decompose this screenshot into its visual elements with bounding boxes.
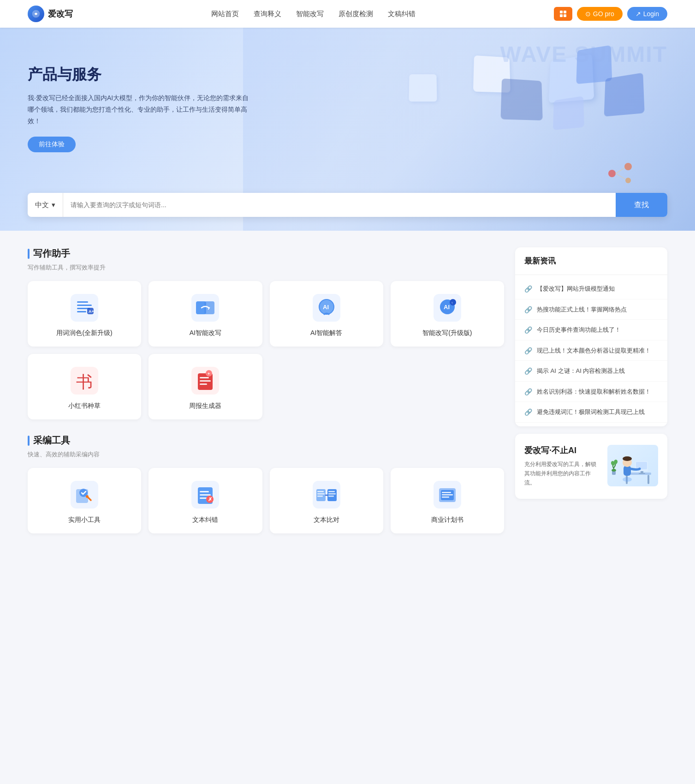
tool-writing2-label: AI智能改写 [190, 329, 221, 337]
writing-section-title: 写作助手 [28, 247, 504, 260]
search-button[interactable]: 查找 [616, 193, 667, 217]
hero-section: WAVE SUMMIT 产品与服务 我·爱改写已经全面接入国内AI大模型，作为你… [0, 28, 695, 231]
news-text-0: 【爱改写】网站升级模型通知 [537, 284, 615, 293]
tool-caimi4[interactable]: 商业计划书 [391, 468, 504, 533]
tool-caimi2-icon: ✗ [191, 481, 219, 509]
tool-writing1-label: 用词润色(全新升级) [56, 329, 112, 337]
hero-content: 产品与服务 我·爱改写已经全面接入国内AI大模型，作为你的智能伙伴，无论您的需求… [0, 28, 277, 152]
svg-rect-52 [317, 491, 324, 492]
svg-rect-56 [328, 493, 336, 495]
nav-actions: ⊙ GO pro ↗ Login [554, 7, 667, 21]
tool-caimi1-label: 实用小工具 [68, 516, 101, 524]
caimi-tool-grid: 实用小工具 ✗ 文本 [28, 468, 504, 533]
tool-caimi3-label: 文本比对 [314, 516, 339, 524]
svg-rect-62 [442, 494, 453, 496]
news-item-5[interactable]: 🔗 姓名识别利器：快速提取和解析姓名数据！ [515, 382, 667, 402]
ad-figure [607, 445, 658, 486]
svg-rect-53 [317, 493, 325, 495]
svg-point-41 [86, 495, 89, 498]
tool-writing3[interactable]: AI AI智能解答 [270, 281, 383, 347]
link-icon-6: 🔗 [524, 408, 532, 416]
news-item-4[interactable]: 🔗 揭示 AI 之谜：AI 内容检测器上线 [515, 361, 667, 382]
tool-caimi3-icon [313, 481, 340, 509]
news-text-2: 今日历史事件查询功能上线了！ [537, 325, 621, 335]
svg-point-6 [624, 163, 632, 170]
go-pro-icon: ⊙ [585, 10, 591, 18]
news-header: 最新资讯 [515, 247, 667, 275]
writing-section-subtitle: 写作辅助工具，撰写效率提升 [28, 263, 504, 272]
go-pro-button[interactable]: ⊙ GO pro [577, 7, 623, 21]
tool-writing1[interactable]: A+ 用词润色(全新升级) [28, 281, 141, 347]
tool-writing1-icon: A+ [71, 294, 98, 322]
tool-writing3-label: AI智能解答 [310, 329, 342, 337]
svg-rect-44 [200, 491, 209, 492]
nav-home[interactable]: 网站首页 [211, 10, 239, 18]
caimi-section: 采编工具 快速、高效的辅助采编内容 [28, 434, 504, 533]
svg-rect-2 [564, 11, 566, 13]
tool-caimi2[interactable]: ✗ 文本纠错 [149, 468, 262, 533]
tool-writing5-icon: 书 [71, 367, 98, 395]
svg-rect-54 [317, 496, 323, 497]
search-input[interactable] [63, 193, 616, 217]
news-item-2[interactable]: 🔗 今日历史事件查询功能上线了！ [515, 320, 667, 341]
svg-text:✗: ✗ [208, 497, 212, 502]
tool-caimi1[interactable]: 实用小工具 [28, 468, 141, 533]
news-text-1: 热搜功能正式上线！掌握网络热点 [537, 305, 627, 314]
logo[interactable]: 爱改写 [28, 6, 73, 22]
chevron-down-icon: ▾ [52, 201, 55, 209]
news-item-0[interactable]: 🔗 【爱改写】网站升级模型通知 [515, 279, 667, 299]
tool-caimi4-label: 商业计划书 [431, 516, 463, 524]
tool-writing6-label: 周报生成器 [189, 402, 221, 410]
link-icon-3: 🔗 [524, 347, 532, 354]
grid-button[interactable] [554, 7, 572, 21]
svg-rect-51 [327, 489, 337, 501]
news-text-4: 揭示 AI 之谜：AI 内容检测器上线 [537, 366, 625, 376]
news-list: 🔗 【爱改写】网站升级模型通知 🔗 热搜功能正式上线！掌握网络热点 🔗 今日历史… [515, 275, 667, 426]
nav-rewrite[interactable]: 智能改写 [296, 10, 324, 18]
nav-correct[interactable]: 文稿纠错 [388, 10, 416, 18]
tool-writing6[interactable]: + 周报生成器 [149, 354, 262, 419]
nav-links: 网站首页 查询释义 智能改写 原创度检测 文稿纠错 [211, 10, 416, 18]
login-label: Login [643, 10, 659, 18]
news-panel: 最新资讯 🔗 【爱改写】网站升级模型通知 🔗 热搜功能正式上线！掌握网络热点 🔗… [515, 247, 667, 426]
tool-writing5[interactable]: 书 小红书种草 [28, 354, 141, 419]
tool-caimi4-icon [434, 481, 461, 509]
link-icon-2: 🔗 [524, 326, 532, 334]
svg-point-5 [608, 170, 616, 177]
svg-rect-1 [560, 11, 563, 13]
svg-line-9 [616, 174, 625, 179]
hero-cta-button[interactable]: 前往体验 [28, 137, 76, 152]
search-lang-text: 中文 [35, 201, 49, 209]
link-icon-5: 🔗 [524, 388, 532, 395]
tool-caimi2-label: 文本纠错 [192, 516, 218, 524]
ad-title: 爱改写·不止AI [524, 445, 598, 456]
svg-text:书: 书 [76, 372, 93, 391]
writing-section: 写作助手 写作辅助工具，撰写效率提升 A+ [28, 247, 504, 419]
news-item-1[interactable]: 🔗 热搜功能正式上线！掌握网络热点 [515, 299, 667, 320]
svg-point-7 [625, 178, 631, 183]
news-text-3: 现已上线！文本颜色分析器让提取更精准！ [537, 346, 651, 355]
news-item-6[interactable]: 🔗 避免违规词汇！极限词检测工具现已上线 [515, 402, 667, 423]
tool-caimi3[interactable]: 文本比对 [270, 468, 383, 533]
tool-writing3-icon: AI [313, 294, 340, 322]
login-icon: ↗ [636, 10, 641, 18]
login-button[interactable]: ↗ Login [627, 7, 667, 21]
svg-rect-33 [200, 377, 209, 378]
svg-rect-4 [564, 14, 566, 17]
tool-writing4[interactable]: AI ↑ 智能改写(升级版) [391, 281, 504, 347]
news-item-3[interactable]: 🔗 现已上线！文本颜色分析器让提取更精准！ [515, 341, 667, 361]
ad-desc: 充分利用爱改写的工具，解锁其功能并利用您的内容工作流。 [524, 460, 598, 488]
go-pro-label: GO pro [593, 10, 614, 18]
svg-rect-34 [200, 380, 211, 382]
ad-text: 爱改写·不止AI 充分利用爱改写的工具，解锁其功能并利用您的内容工作流。 [524, 445, 598, 488]
hero-desc: 我·爱改写已经全面接入国内AI大模型，作为你的智能伙伴，无论您的需求来自哪个领域… [28, 92, 249, 127]
nav-query[interactable]: 查询释义 [254, 10, 281, 18]
writing-tool-grid: A+ 用词润色(全新升级) [28, 281, 504, 419]
nav-original[interactable]: 原创度检测 [339, 10, 373, 18]
search-lang-selector[interactable]: 中文 ▾ [28, 193, 63, 217]
tool-writing2[interactable]: AI智能改写 [149, 281, 262, 347]
svg-rect-35 [200, 383, 207, 385]
svg-rect-68 [636, 462, 647, 469]
svg-rect-11 [77, 301, 88, 303]
caimi-section-title: 采编工具 [28, 434, 504, 447]
